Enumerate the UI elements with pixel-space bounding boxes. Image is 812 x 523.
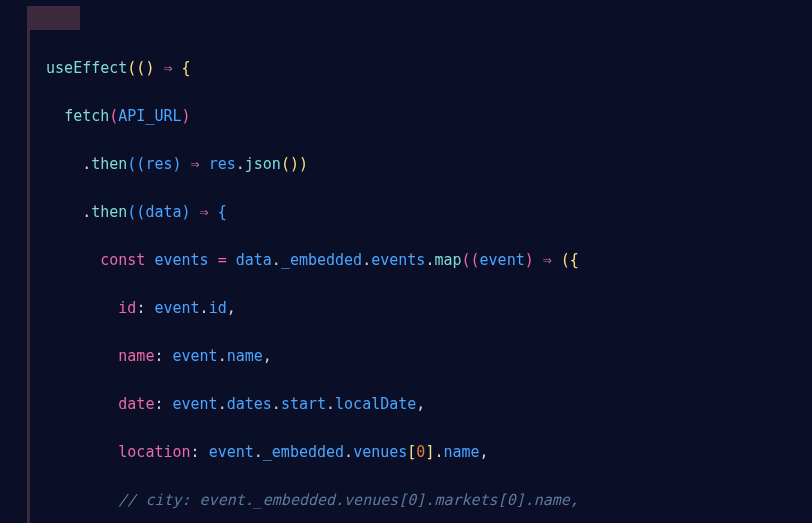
diff-gutter-head xyxy=(27,6,80,30)
code-line: useEffect(() ⇒ { xyxy=(0,56,812,80)
code-line: const events = data._embedded.events.map… xyxy=(0,248,812,272)
code-line: date: event.dates.start.localDate, xyxy=(0,392,812,416)
code-block: useEffect(() ⇒ { fetch(API_URL) .then((r… xyxy=(0,8,812,523)
code-line: location: event._embedded.venues[0].name… xyxy=(0,440,812,464)
code-line: // city: event._embedded.venues[0].marke… xyxy=(0,488,812,512)
code-line: name: event.name, xyxy=(0,344,812,368)
code-line: .then((data) ⇒ { xyxy=(0,200,812,224)
code-line: .then((res) ⇒ res.json()) xyxy=(0,152,812,176)
code-line: id: event.id, xyxy=(0,296,812,320)
code-line: fetch(API_URL) xyxy=(0,104,812,128)
